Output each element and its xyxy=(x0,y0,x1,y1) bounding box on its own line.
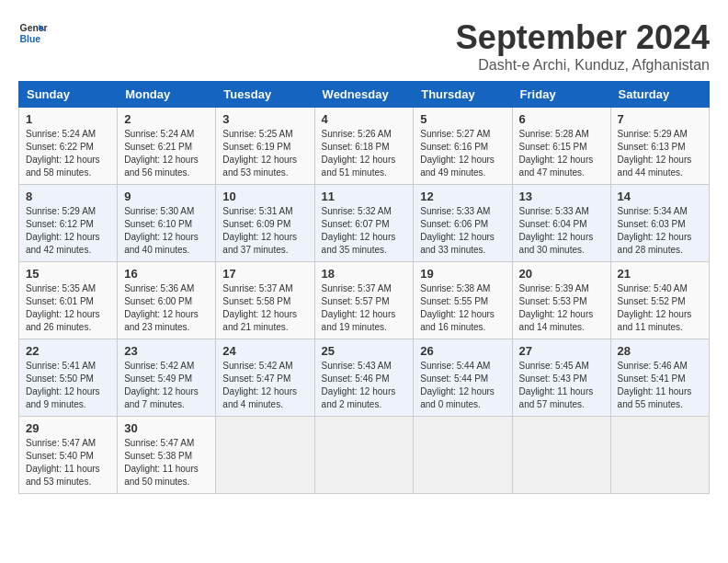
day-number: 29 xyxy=(26,421,110,435)
day-cell: 1Sunrise: 5:24 AMSunset: 6:22 PMDaylight… xyxy=(19,108,118,185)
header-row: Sunday Monday Tuesday Wednesday Thursday… xyxy=(19,82,710,108)
day-number: 27 xyxy=(519,344,604,358)
day-cell: 9Sunrise: 5:30 AMSunset: 6:10 PMDaylight… xyxy=(118,185,216,262)
day-cell: 7Sunrise: 5:29 AMSunset: 6:13 PMDaylight… xyxy=(610,108,709,185)
day-cell: 10Sunrise: 5:31 AMSunset: 6:09 PMDayligh… xyxy=(216,185,314,262)
day-cell: 6Sunrise: 5:28 AMSunset: 6:15 PMDaylight… xyxy=(512,108,610,185)
day-number: 4 xyxy=(322,112,407,126)
day-info: Sunrise: 5:33 AMSunset: 6:04 PMDaylight:… xyxy=(519,205,604,257)
day-cell: 23Sunrise: 5:42 AMSunset: 5:49 PMDayligh… xyxy=(118,339,216,417)
day-info: Sunrise: 5:24 AMSunset: 6:22 PMDaylight:… xyxy=(26,128,110,179)
day-number: 17 xyxy=(222,267,307,281)
day-cell: 15Sunrise: 5:35 AMSunset: 6:01 PMDayligh… xyxy=(19,262,118,339)
svg-text:Blue: Blue xyxy=(20,34,41,44)
page-header: General Blue September 2024 Dasht-e Arch… xyxy=(18,18,710,74)
day-cell: 27Sunrise: 5:45 AMSunset: 5:43 PMDayligh… xyxy=(512,339,610,417)
week-row-3: 15Sunrise: 5:35 AMSunset: 6:01 PMDayligh… xyxy=(19,262,710,339)
day-cell: 13Sunrise: 5:33 AMSunset: 6:04 PMDayligh… xyxy=(512,185,610,262)
day-cell: 29Sunrise: 5:47 AMSunset: 5:40 PMDayligh… xyxy=(19,417,118,494)
day-number: 19 xyxy=(420,267,505,281)
day-info: Sunrise: 5:41 AMSunset: 5:50 PMDaylight:… xyxy=(26,360,110,411)
day-number: 23 xyxy=(124,344,209,358)
day-info: Sunrise: 5:46 AMSunset: 5:41 PMDaylight:… xyxy=(618,360,702,411)
day-info: Sunrise: 5:25 AMSunset: 6:19 PMDaylight:… xyxy=(222,128,307,179)
day-info: Sunrise: 5:40 AMSunset: 5:52 PMDaylight:… xyxy=(618,282,702,334)
logo: General Blue xyxy=(18,18,48,48)
logo-icon: General Blue xyxy=(18,18,48,48)
day-number: 28 xyxy=(618,344,702,358)
day-info: Sunrise: 5:43 AMSunset: 5:46 PMDaylight:… xyxy=(322,360,407,411)
day-cell xyxy=(314,417,414,494)
day-number: 11 xyxy=(322,190,407,203)
day-info: Sunrise: 5:32 AMSunset: 6:07 PMDaylight:… xyxy=(322,205,407,257)
day-info: Sunrise: 5:39 AMSunset: 5:53 PMDaylight:… xyxy=(519,282,604,334)
day-number: 5 xyxy=(420,112,505,126)
month-title: September 2024 xyxy=(456,18,710,57)
col-saturday: Saturday xyxy=(610,82,709,108)
day-cell: 8Sunrise: 5:29 AMSunset: 6:12 PMDaylight… xyxy=(19,185,118,262)
day-info: Sunrise: 5:28 AMSunset: 6:15 PMDaylight:… xyxy=(519,128,604,179)
day-cell: 3Sunrise: 5:25 AMSunset: 6:19 PMDaylight… xyxy=(216,108,314,185)
day-cell: 25Sunrise: 5:43 AMSunset: 5:46 PMDayligh… xyxy=(314,339,414,417)
day-info: Sunrise: 5:33 AMSunset: 6:06 PMDaylight:… xyxy=(420,205,505,257)
day-number: 18 xyxy=(322,267,407,281)
day-cell: 20Sunrise: 5:39 AMSunset: 5:53 PMDayligh… xyxy=(512,262,610,339)
week-row-4: 22Sunrise: 5:41 AMSunset: 5:50 PMDayligh… xyxy=(19,339,710,417)
day-cell xyxy=(610,417,709,494)
day-cell: 4Sunrise: 5:26 AMSunset: 6:18 PMDaylight… xyxy=(314,108,414,185)
svg-text:General: General xyxy=(20,23,48,33)
day-info: Sunrise: 5:38 AMSunset: 5:55 PMDaylight:… xyxy=(420,282,505,334)
day-cell: 17Sunrise: 5:37 AMSunset: 5:58 PMDayligh… xyxy=(216,262,314,339)
day-number: 15 xyxy=(26,267,110,281)
day-info: Sunrise: 5:27 AMSunset: 6:16 PMDaylight:… xyxy=(420,128,505,179)
day-number: 21 xyxy=(618,267,702,281)
day-info: Sunrise: 5:35 AMSunset: 6:01 PMDaylight:… xyxy=(26,282,110,334)
day-number: 8 xyxy=(26,190,110,203)
day-number: 6 xyxy=(519,112,604,126)
day-info: Sunrise: 5:34 AMSunset: 6:03 PMDaylight:… xyxy=(618,205,702,257)
day-cell: 18Sunrise: 5:37 AMSunset: 5:57 PMDayligh… xyxy=(314,262,414,339)
day-number: 20 xyxy=(519,267,604,281)
day-info: Sunrise: 5:42 AMSunset: 5:49 PMDaylight:… xyxy=(124,360,209,411)
day-info: Sunrise: 5:29 AMSunset: 6:13 PMDaylight:… xyxy=(618,128,702,179)
day-cell: 24Sunrise: 5:42 AMSunset: 5:47 PMDayligh… xyxy=(216,339,314,417)
day-number: 12 xyxy=(420,190,505,203)
day-number: 1 xyxy=(26,112,110,126)
day-info: Sunrise: 5:29 AMSunset: 6:12 PMDaylight:… xyxy=(26,205,110,257)
day-number: 30 xyxy=(124,421,209,435)
day-cell xyxy=(512,417,610,494)
day-info: Sunrise: 5:31 AMSunset: 6:09 PMDaylight:… xyxy=(222,205,307,257)
day-info: Sunrise: 5:47 AMSunset: 5:38 PMDaylight:… xyxy=(124,437,209,488)
day-cell: 11Sunrise: 5:32 AMSunset: 6:07 PMDayligh… xyxy=(314,185,414,262)
col-monday: Monday xyxy=(118,82,216,108)
day-number: 14 xyxy=(618,190,702,203)
col-friday: Friday xyxy=(512,82,610,108)
col-wednesday: Wednesday xyxy=(314,82,414,108)
day-cell: 26Sunrise: 5:44 AMSunset: 5:44 PMDayligh… xyxy=(414,339,512,417)
day-info: Sunrise: 5:37 AMSunset: 5:58 PMDaylight:… xyxy=(222,282,307,334)
day-info: Sunrise: 5:47 AMSunset: 5:40 PMDaylight:… xyxy=(26,437,110,488)
col-thursday: Thursday xyxy=(414,82,512,108)
day-cell: 2Sunrise: 5:24 AMSunset: 6:21 PMDaylight… xyxy=(118,108,216,185)
day-number: 24 xyxy=(222,344,307,358)
day-number: 25 xyxy=(322,344,407,358)
day-number: 9 xyxy=(124,190,209,203)
day-cell: 14Sunrise: 5:34 AMSunset: 6:03 PMDayligh… xyxy=(610,185,709,262)
day-number: 10 xyxy=(222,190,307,203)
day-cell: 21Sunrise: 5:40 AMSunset: 5:52 PMDayligh… xyxy=(610,262,709,339)
day-number: 3 xyxy=(222,112,307,126)
week-row-2: 8Sunrise: 5:29 AMSunset: 6:12 PMDaylight… xyxy=(19,185,710,262)
day-cell: 28Sunrise: 5:46 AMSunset: 5:41 PMDayligh… xyxy=(610,339,709,417)
calendar-table: Sunday Monday Tuesday Wednesday Thursday… xyxy=(18,81,710,494)
day-info: Sunrise: 5:45 AMSunset: 5:43 PMDaylight:… xyxy=(519,360,604,411)
day-cell: 16Sunrise: 5:36 AMSunset: 6:00 PMDayligh… xyxy=(118,262,216,339)
day-number: 22 xyxy=(26,344,110,358)
day-info: Sunrise: 5:24 AMSunset: 6:21 PMDaylight:… xyxy=(124,128,209,179)
week-row-5: 29Sunrise: 5:47 AMSunset: 5:40 PMDayligh… xyxy=(19,417,710,494)
day-number: 26 xyxy=(420,344,505,358)
day-number: 16 xyxy=(124,267,209,281)
day-info: Sunrise: 5:36 AMSunset: 6:00 PMDaylight:… xyxy=(124,282,209,334)
day-number: 7 xyxy=(618,112,702,126)
col-sunday: Sunday xyxy=(19,82,118,108)
day-cell xyxy=(216,417,314,494)
